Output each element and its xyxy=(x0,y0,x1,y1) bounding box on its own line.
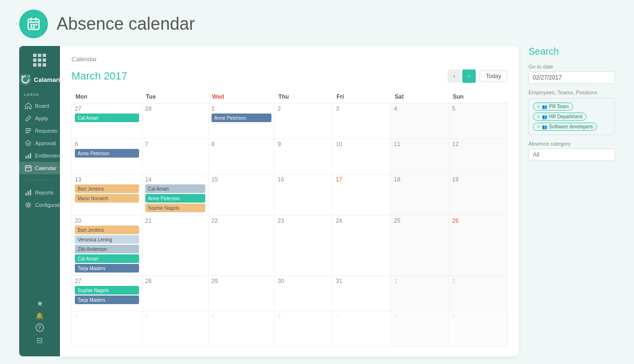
sidebar-leave-section: LEAVE Board Apply Requests Approval Enti… xyxy=(19,92,60,174)
tag-pr-team[interactable]: × 👥 PR Team xyxy=(533,102,573,111)
svg-point-26 xyxy=(27,204,30,206)
star-icon[interactable]: ★ xyxy=(36,299,43,308)
sidebar-item-configurations[interactable]: Configurations xyxy=(19,199,60,211)
svg-point-11 xyxy=(21,75,23,77)
event-bar[interactable]: Veronica Lening xyxy=(75,235,139,244)
week-row-4: 20 Bart Jenkins Veronica Lening Zibi And… xyxy=(72,216,507,276)
event-bar[interactable]: Zibi Anderson xyxy=(75,245,139,253)
tag-label: PR Team xyxy=(549,104,569,109)
week-row-6: 3 4 5 6 7 8 xyxy=(72,311,507,347)
week-row-5: 27 Sophie Nagels Tarja Maders 28 29 30 3 xyxy=(72,276,507,311)
search-title: Search xyxy=(528,46,615,57)
event-bar[interactable]: Sophie Nagels xyxy=(145,204,205,212)
day-cell: 21 xyxy=(142,216,208,276)
sidebar-label-entitlement: Entitlement xyxy=(35,153,61,159)
sidebar-item-reports[interactable]: Reports xyxy=(19,186,60,199)
tag-hr-dept[interactable]: × 👥 HR Department xyxy=(533,113,587,121)
grid-menu-icon[interactable] xyxy=(33,54,46,67)
day-cell: 27 Cal Amari xyxy=(72,103,142,139)
col-thu: Thu xyxy=(274,91,332,103)
event-bar[interactable]: Anne Peterson xyxy=(211,114,271,122)
svg-rect-19 xyxy=(25,166,31,171)
day-number: 5 xyxy=(452,105,504,112)
pencil-icon xyxy=(25,115,32,122)
day-number: 9 xyxy=(278,141,329,148)
svg-rect-8 xyxy=(33,26,35,28)
goto-date-input[interactable] xyxy=(528,71,615,84)
question-icon[interactable]: ? xyxy=(35,323,44,332)
day-number: 1 xyxy=(394,278,446,284)
svg-rect-12 xyxy=(25,128,31,129)
svg-rect-25 xyxy=(30,190,31,195)
approval-icon xyxy=(25,140,32,147)
event-bar[interactable]: Bart Jenkins xyxy=(75,226,139,234)
col-sun: Sun xyxy=(449,91,507,103)
reports-icon xyxy=(25,189,32,196)
sidebar-item-requests[interactable]: Requests xyxy=(19,125,60,137)
day-number: 4 xyxy=(394,105,446,112)
bell-icon[interactable]: 🔔 xyxy=(35,312,44,319)
sidebar-label-approval: Approval xyxy=(35,140,56,146)
calendar-topbar: March 2017 ‹ › Today xyxy=(71,69,507,83)
calamari-logo-icon xyxy=(19,73,32,86)
next-month-button[interactable]: › xyxy=(462,69,476,83)
prev-month-button[interactable]: ‹ xyxy=(447,69,461,83)
event-bar[interactable]: Cal Amari xyxy=(145,184,205,193)
event-bar[interactable]: Cal Amari xyxy=(75,254,139,263)
tag-software-dev[interactable]: × 👥 Software developers xyxy=(533,123,597,131)
svg-rect-23 xyxy=(25,193,27,195)
svg-rect-14 xyxy=(25,132,29,133)
svg-rect-5 xyxy=(33,24,35,26)
event-bar[interactable]: Mario Norwich xyxy=(75,194,139,203)
event-bar[interactable]: Anne Peterson xyxy=(75,149,139,158)
day-number: 8 xyxy=(211,141,271,148)
day-number: 6 xyxy=(278,313,329,320)
event-bar[interactable]: Cal Amari xyxy=(75,114,139,122)
home-icon xyxy=(25,102,32,109)
page-title: Absence calendar xyxy=(57,14,195,34)
event-bar[interactable]: Tarja Maders xyxy=(75,296,139,304)
configurations-icon xyxy=(25,202,32,208)
main-layout: Calamari LEAVE Board Apply Requests Appr… xyxy=(0,46,634,364)
calendar-nav-icon xyxy=(25,165,32,171)
day-cell: 4 xyxy=(391,103,449,139)
event-bar[interactable]: Anne Peterson xyxy=(145,194,205,203)
day-cell: 20 Bart Jenkins Veronica Lening Zibi And… xyxy=(72,216,142,276)
event-bar[interactable]: Sophie Nagels xyxy=(75,286,139,295)
sidebar-logo: Calamari xyxy=(19,73,60,86)
tag-remove-icon[interactable]: × xyxy=(537,124,540,129)
col-tue: Tue xyxy=(142,91,208,103)
breadcrumb: Calendar xyxy=(71,56,507,63)
sidebar-item-calendar[interactable]: Calendar xyxy=(19,162,60,174)
day-number: 7 xyxy=(145,141,205,148)
day-cell: 26 xyxy=(449,216,507,276)
day-cell: 7 xyxy=(142,139,208,174)
day-number: 4 xyxy=(145,313,205,320)
tag-label: HR Department xyxy=(549,114,582,119)
tag-remove-icon[interactable]: × xyxy=(537,114,540,119)
sidebar-item-approval[interactable]: Approval xyxy=(19,137,60,149)
day-number: 8 xyxy=(394,313,446,320)
sidebar-item-apply[interactable]: Apply xyxy=(19,112,60,125)
event-bar[interactable]: Tarja Maders xyxy=(75,264,139,273)
svg-rect-24 xyxy=(28,191,29,195)
day-number: 2 xyxy=(278,105,329,112)
sidebar-item-entitlement[interactable]: Entitlement xyxy=(19,149,60,162)
day-cell: 1 Anne Peterson xyxy=(208,103,274,139)
absence-category-input[interactable] xyxy=(528,148,615,161)
day-number: 26 xyxy=(452,217,504,224)
day-number: 16 xyxy=(278,176,329,183)
day-number: 1 xyxy=(211,105,271,112)
sidebar-label-reports: Reports xyxy=(35,190,54,195)
today-button[interactable]: Today xyxy=(480,70,507,82)
tags-container: × 👥 PR Team × 👥 HR Department × 👥 Softwa… xyxy=(528,98,615,135)
day-cell: 1 xyxy=(391,276,449,311)
event-bar[interactable]: Bart Jenkins xyxy=(75,184,139,193)
tag-remove-icon[interactable]: × xyxy=(537,104,540,109)
team-icon: 👥 xyxy=(542,114,547,119)
sidebar-logo-text: Calamari xyxy=(34,76,60,83)
sidebar-item-board[interactable]: Board xyxy=(19,100,60,112)
database-icon[interactable]: ⊟ xyxy=(36,336,43,345)
day-cell: 17 xyxy=(333,174,391,216)
day-number: 5 xyxy=(211,313,271,320)
